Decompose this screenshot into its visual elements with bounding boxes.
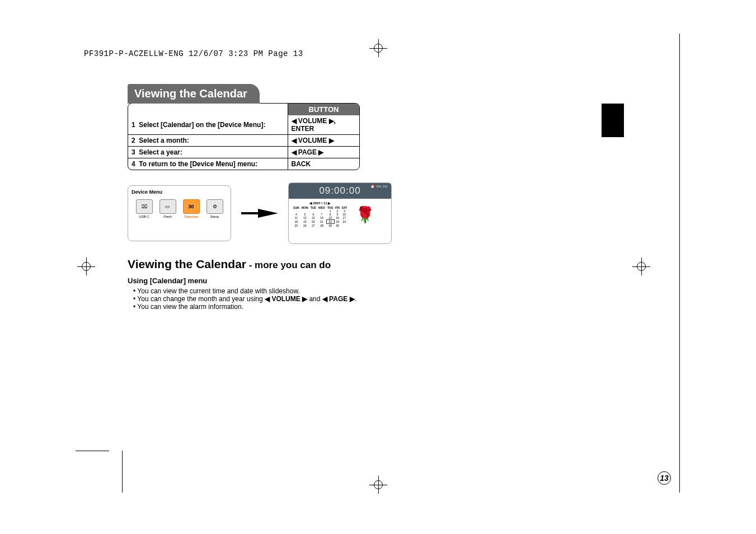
alarm-icon: ⏰ 09:00 [370,185,388,189]
step-row: 4 To return to the [Device Menu] menu: B… [128,158,359,170]
step-row: 3 Select a year: ◀ PAGE ▶ [128,147,359,158]
bullet-text: You can view the current time and date w… [137,287,299,295]
weekday-header: MON [300,206,309,209]
device-menu-label: Setup [210,215,219,218]
regmark-bottom [369,476,387,494]
cal-day: 18 [292,220,300,224]
steps-table: BUTTON 1 Select [Calendar] on the [Devic… [128,103,360,170]
step-row: 2 Select a month: ◀ VOLUME ▶ [128,135,359,147]
cal-day-selected: 22 [326,220,334,224]
using-heading: Using [Calendar] menu [128,277,491,285]
subsection-title: Viewing the Calendar - more you can do [128,257,491,271]
cal-day: 27 [309,224,317,228]
step-button: BACK [292,160,311,168]
step-row: 1 Select [Calendar] on the [Device Menu]… [128,115,359,135]
slideshow-image: 🌹 [351,201,378,228]
device-menu-label: USB-C [139,215,149,218]
cal-day: 29 [326,224,334,228]
bleed-tab [602,104,624,137]
step-button: ◀ VOLUME ▶ [292,117,334,125]
clock-display: 09:00:00 ⏰ 09:00 [289,183,391,199]
screenshot-row: Device Menu ⌧ USB-C ▭ Flash 30 Calendar … [128,182,491,244]
step-number: 3 [132,148,135,156]
page-content: Viewing the Calendar BUTTON 1 Select [Ca… [128,84,491,311]
step-number: 1 [132,121,135,129]
bullet-bold: ◀ VOLUME ▶ [265,295,307,303]
step-number: 4 [132,160,135,168]
bullet-text: . [355,295,356,303]
subtitle-more: - more you can do [246,260,331,270]
gear-icon: ⚙ [206,199,223,214]
clock-time: 09:00:00 [319,185,360,196]
cal-day: 20 [309,220,317,224]
button-column-header: BUTTON [288,104,359,115]
crop-mark [76,451,109,451]
arrow-icon [241,209,278,218]
regmark-right [632,257,650,275]
bullet-list: You can view the current time and date w… [133,287,491,311]
subtitle-main: Viewing the Calendar [128,257,246,270]
bullet-text: You can change the month and year using [137,295,265,303]
step-number: 2 [132,137,135,144]
step-button: ◀ VOLUME ▶ [292,137,334,144]
device-menu-item: ⚙ Setup [205,199,225,218]
step-text: Select a year: [139,148,182,156]
device-menu-screenshot: Device Menu ⌧ USB-C ▭ Flash 30 Calendar … [128,185,231,241]
device-menu-label: Calendar [184,215,199,218]
cal-day [341,224,348,228]
bullet-item: You can view the alarm information. [133,303,491,311]
section-title: Viewing the Calendar [128,84,260,104]
cal-day: 25 [292,224,300,228]
device-menu-item-selected: 30 Calendar [181,199,201,218]
crop-mark [122,451,123,493]
step-button: ◀ PAGE ▶ [292,148,324,156]
regmark-left [77,257,95,275]
weekday-header: SUN [292,206,300,209]
device-menu-item: ⌧ USB-C [134,199,154,218]
bullet-item: You can change the month and year using … [133,295,491,303]
device-menu-title: Device Menu [132,189,227,195]
weekday-header: WED [317,206,326,209]
regmark-top [369,39,387,57]
step-text: Select a month: [139,137,189,144]
calendar-screenshot: 09:00:00 ⏰ 09:00 ◀ 2007 / 11 ▶ SUN MON T… [288,182,392,244]
flash-icon: ▭ [159,199,176,214]
bullet-item: You can view the current time and date w… [133,287,491,295]
bullet-text: and [307,295,322,303]
cal-day: 21 [317,220,326,224]
cal-day: 23 [334,220,340,224]
prepress-header: PF391P-P-ACZELLW-ENG 12/6/07 3:23 PM Pag… [84,49,303,58]
calendar-icon: 30 [183,199,200,214]
cal-day: 19 [300,220,309,224]
step-text: To return to the [Device Menu] menu: [139,160,257,168]
page-number: 13 [658,471,671,485]
usb-icon: ⌧ [136,199,153,214]
weekday-header: TUE [309,206,317,209]
bullet-text: You can view the alarm information. [137,303,243,311]
device-menu-label: Flash [163,215,172,218]
calendar-grid: ◀ 2007 / 11 ▶ SUN MON TUE WED THU FRI SA… [292,201,348,228]
device-menu-item: ▭ Flash [158,199,178,218]
cal-day: 26 [300,224,309,228]
cal-day: 28 [317,224,326,228]
bullet-bold: ◀ PAGE ▶ [322,295,355,303]
cal-day: 30 [334,224,340,228]
cal-day: 24 [341,220,348,224]
step-text: Select [Calendar] on the [Device Menu]: [139,121,265,129]
calendar-month-label: ◀ 2007 / 11 ▶ [292,201,348,205]
